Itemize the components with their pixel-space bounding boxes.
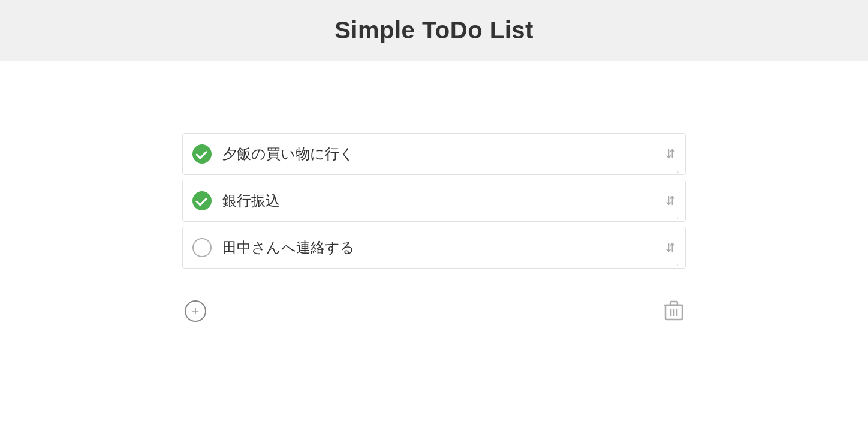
list-item: 夕飯の買い物に行く⇵⌞	[182, 133, 686, 175]
list-item: 銀行振込⇵⌞	[182, 180, 686, 222]
todo-item-left: 銀行振込	[192, 191, 280, 210]
add-icon: +	[192, 305, 200, 318]
todo-text: 銀行振込	[222, 191, 280, 210]
add-todo-button[interactable]: +	[185, 300, 206, 322]
checkbox-complete[interactable]	[192, 191, 212, 210]
todo-list: 夕飯の買い物に行く⇵⌞銀行振込⇵⌞田中さんへ連絡する⇵⌞	[182, 133, 686, 273]
page-title: Simple ToDo List	[0, 17, 868, 44]
delete-button[interactable]	[664, 300, 683, 322]
resize-handle: ⌞	[677, 167, 683, 173]
resize-handle: ⌞	[677, 214, 683, 220]
resize-handle: ⌞	[677, 261, 683, 267]
todo-item-left: 田中さんへ連絡する	[192, 238, 355, 257]
todo-text: 夕飯の買い物に行く	[222, 144, 354, 164]
reorder-icon[interactable]: ⇵	[665, 195, 676, 207]
todo-item-left: 夕飯の買い物に行く	[192, 144, 354, 164]
main-content: 夕飯の買い物に行く⇵⌞銀行振込⇵⌞田中さんへ連絡する⇵⌞ +	[0, 61, 868, 322]
trash-icon	[664, 300, 683, 322]
bottom-bar: +	[182, 300, 686, 322]
reorder-icon[interactable]: ⇵	[665, 148, 676, 160]
list-divider	[182, 288, 686, 288]
reorder-icon[interactable]: ⇵	[665, 242, 676, 254]
todo-text: 田中さんへ連絡する	[222, 238, 355, 257]
list-item: 田中さんへ連絡する⇵⌞	[182, 227, 686, 269]
checkbox-incomplete[interactable]	[192, 238, 212, 257]
checkbox-complete[interactable]	[192, 144, 212, 164]
header: Simple ToDo List	[0, 0, 868, 61]
